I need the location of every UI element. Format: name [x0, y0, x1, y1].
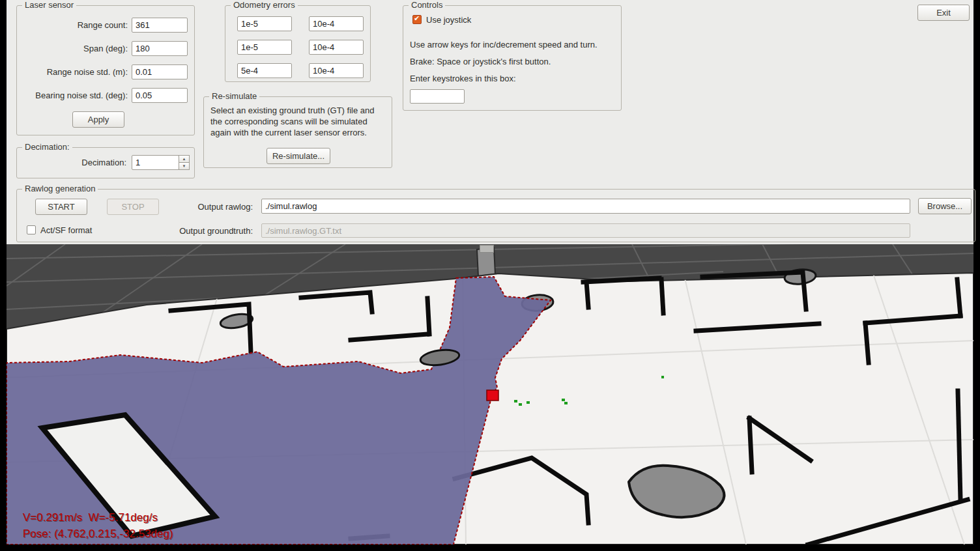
gridmap-simulator-app: { "colors":{"panel_bg":"#ececea","accent… — [0, 0, 980, 551]
decimation-input[interactable] — [132, 155, 179, 170]
range-noise-input[interactable] — [132, 64, 188, 79]
range-count-label: Range count: — [20, 20, 128, 30]
gridmap-3d-scene — [7, 244, 973, 544]
controls-line3: Enter keystrokes in this box: — [410, 74, 516, 83]
controls-group: Controls Use joystick Use arrow keys for… — [403, 5, 622, 111]
actsf-checkbox[interactable] — [27, 225, 36, 234]
odometry-input-3[interactable] — [237, 40, 292, 55]
resimulate-description: Select an existing ground truth (GT) fil… — [210, 105, 385, 138]
decimation-spinner[interactable]: ▲ ▼ — [132, 155, 190, 170]
robot-marker — [487, 390, 498, 401]
browse-button[interactable]: Browse... — [918, 198, 972, 214]
use-joystick-checkbox[interactable] — [412, 15, 422, 24]
viewport-scroll-handle[interactable] — [480, 245, 494, 253]
hud-pose-text: Pose: (4.762,0.215,-32.53deg) — [23, 528, 173, 541]
odometry-input-1[interactable] — [237, 16, 292, 31]
laser-sensor-group: Laser sensor Range count: Span (deg): Ra… — [16, 5, 195, 135]
controls-line2: Brake: Space or joystick's first button. — [410, 57, 551, 66]
range-count-input[interactable] — [132, 18, 188, 33]
odometry-input-5[interactable] — [237, 63, 292, 78]
decimation-group: Decimation: Decimation: ▲ ▼ — [16, 147, 195, 178]
span-label: Span (deg): — [20, 44, 128, 53]
controls-line1: Use arrow keys for inc/decrement speed a… — [410, 40, 598, 49]
simulation-3d-viewport[interactable]: V=0.291m/s W=-5.71deg/s Pose: (4.762,0.2… — [7, 244, 973, 544]
bearing-noise-input[interactable] — [132, 88, 188, 103]
resimulate-button[interactable]: Re-simulate... — [267, 148, 330, 164]
actsf-label: Act/SF format — [40, 225, 92, 235]
output-rawlog-input[interactable] — [261, 199, 910, 214]
resimulate-group: Re-simulate Select an existing ground tr… — [203, 96, 392, 168]
start-button[interactable]: START — [35, 199, 87, 215]
odometry-input-6[interactable] — [309, 63, 364, 78]
output-groundtruth-label: Output groundtruth: — [147, 226, 253, 236]
decimation-spin-down[interactable]: ▼ — [179, 162, 190, 170]
odometry-errors-legend: Odometry errors — [231, 0, 298, 10]
span-input[interactable] — [132, 41, 188, 56]
resimulate-legend: Re-simulate — [209, 91, 259, 101]
exit-button[interactable]: Exit — [917, 5, 970, 21]
odometry-errors-group: Odometry errors — [225, 5, 371, 82]
range-noise-label: Range noise std. (m): — [20, 67, 128, 77]
bearing-noise-label: Bearing noise std. (deg): — [20, 91, 128, 100]
odometry-input-4[interactable] — [309, 40, 364, 55]
decimation-legend: Decimation: — [22, 142, 72, 152]
rawlog-generation-legend: Rawlog generation — [22, 184, 98, 193]
odometry-input-2[interactable] — [309, 16, 364, 31]
rawlog-generation-group: Rawlog generation START STOP Output rawl… — [16, 189, 975, 242]
hud-velocity-text: V=0.291m/s W=-5.71deg/s — [23, 511, 158, 524]
output-rawlog-label: Output rawlog: — [147, 202, 253, 212]
keystroke-input[interactable] — [410, 89, 465, 104]
control-panel: Laser sensor Range count: Span (deg): Ra… — [7, 0, 973, 244]
decimation-label: Decimation: — [22, 158, 126, 167]
output-groundtruth-input[interactable] — [261, 223, 910, 238]
apply-button[interactable]: Apply — [72, 111, 124, 128]
laser-sensor-legend: Laser sensor — [22, 0, 76, 10]
use-joystick-label: Use joystick — [426, 15, 471, 25]
controls-legend: Controls — [409, 0, 445, 10]
